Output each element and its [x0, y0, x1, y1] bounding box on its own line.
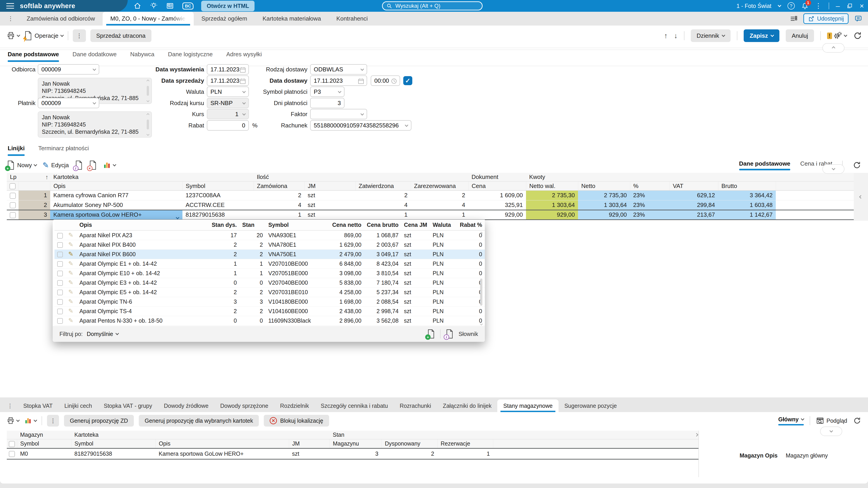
view-options-icon[interactable]: [790, 15, 798, 23]
dictionary-button[interactable]: Słownik: [459, 331, 478, 337]
info-doc-icon[interactable]: i: [75, 160, 83, 170]
picker-row[interactable]: ✎ Aparat Olympic E5 + ob. 14-42 2 2 V207…: [55, 287, 485, 297]
form-tab[interactable]: Dane dodatkowe: [72, 51, 117, 62]
more-options-icon[interactable]: ⋮: [815, 2, 822, 9]
edit-item-icon[interactable]: ✎: [68, 270, 73, 276]
picker-col-waluta[interactable]: Waluta: [430, 220, 457, 230]
home-icon[interactable]: [133, 2, 141, 10]
document-tab[interactable]: Sprzedaż ogółem: [194, 12, 255, 26]
picker-col-opis[interactable]: Opis: [76, 220, 209, 230]
picker-row-checkbox[interactable]: [55, 250, 66, 259]
col-kartoteka-symbol[interactable]: Symbol: [71, 439, 156, 448]
picker-col-stan[interactable]: Stan: [240, 220, 266, 230]
row-checkbox[interactable]: [7, 210, 19, 220]
edit-item-icon[interactable]: ✎: [68, 260, 73, 267]
col-netto-wal[interactable]: Netto wal.: [526, 182, 578, 191]
edit-line-button[interactable]: ✎ Edycja: [42, 161, 69, 170]
refresh-icon[interactable]: [853, 417, 861, 425]
open-in-html-button[interactable]: Otwórz w HTML: [201, 1, 254, 11]
tab-overflow-icon[interactable]: ⋮: [0, 12, 19, 26]
form-tab[interactable]: Dane podstawowe: [8, 51, 59, 62]
picker-row-checkbox[interactable]: [55, 268, 66, 278]
row-checkbox[interactable]: [7, 448, 17, 459]
picker-row[interactable]: ✎ Aparat Nikel PIX B600 2 2 VNA750E1 2 4…: [55, 250, 485, 259]
col-rezerwacje[interactable]: Rezerwacje: [437, 439, 493, 448]
picker-row[interactable]: ✎ Aparat Olympic E1 + ob. 14-42 1 1 V207…: [55, 259, 485, 268]
col-brutto[interactable]: Brutto: [718, 182, 776, 191]
data-dostawy-time-field[interactable]: 00:00: [371, 75, 400, 86]
row-checkbox[interactable]: [7, 200, 19, 210]
rodzaj-dostawy-field[interactable]: ODBWLAS: [310, 64, 367, 74]
col-jm[interactable]: JM: [289, 439, 330, 448]
col-zamowiona[interactable]: Zamówiona: [254, 182, 305, 191]
filter-by-select[interactable]: Domyślnie: [87, 331, 119, 337]
edit-item-icon[interactable]: ✎: [68, 279, 73, 286]
col-proc[interactable]: %: [630, 182, 670, 191]
bottom-tab[interactable]: Rozrachunki: [394, 399, 437, 412]
lines-view-tab[interactable]: Dane podstawowe: [739, 160, 790, 170]
new-line-button[interactable]: + Nowy: [7, 160, 37, 170]
picker-row[interactable]: ✎ Aparat Nikel PIX A23 17 20 VNA930E1 86…: [55, 230, 485, 240]
company-chevron-icon[interactable]: [778, 3, 781, 7]
col-opis[interactable]: Opis: [156, 439, 289, 448]
col-netto[interactable]: Netto: [578, 182, 630, 191]
dni-platnosci-field[interactable]: 3: [310, 98, 344, 108]
col-magazynu[interactable]: Magazynu: [330, 439, 381, 448]
search-input[interactable]: Wyszukaj (Alt + Q): [382, 1, 483, 10]
sort-asc-icon[interactable]: ↑: [45, 174, 49, 181]
operations-button[interactable]: Operacje: [24, 31, 63, 40]
rabat-field[interactable]: 0: [207, 120, 249, 131]
idea-icon[interactable]: [150, 2, 158, 10]
edit-item-icon[interactable]: ✎: [68, 232, 73, 238]
picker-col-symbol[interactable]: Symbol: [266, 220, 330, 230]
order-line-row[interactable]: 3 Kamera sportowa GoLow HERO+ 8182790156…: [7, 210, 854, 220]
picker-row-checkbox[interactable]: [55, 306, 66, 316]
document-tab[interactable]: M0, ZO, 0 - Nowy - Zamówienia od od: [103, 12, 194, 26]
order-line-row[interactable]: 1 Kamera cyfrowa Canion R77 1237C008AA 2…: [7, 191, 854, 200]
faktor-field[interactable]: [310, 109, 367, 119]
bottom-tab[interactable]: Stany magazynowe: [497, 399, 558, 412]
chart-icon[interactable]: [103, 161, 116, 169]
print-button[interactable]: [7, 32, 20, 40]
picker-row[interactable]: ✎ Aparat Olympic TN-6 3 3 V104180BE000 1…: [55, 297, 485, 306]
bc-icon[interactable]: BC: [182, 2, 193, 9]
add-doc-icon[interactable]: +: [427, 329, 435, 339]
data-wystawienia-field[interactable]: 17.11.2023: [207, 64, 249, 74]
move-up-icon[interactable]: ↑: [664, 32, 668, 40]
odbiorca-field[interactable]: 000009: [38, 64, 99, 74]
warehouse-row[interactable]: M0 818279015638 Kamera sportowa GoLow HE…: [7, 448, 699, 459]
select-all-checkbox[interactable]: [7, 182, 19, 191]
edit-item-icon[interactable]: ✎: [68, 241, 73, 248]
save-button[interactable]: Zapisz: [744, 29, 779, 42]
picker-scrollbar[interactable]: [479, 232, 483, 325]
select-all-checkbox[interactable]: [7, 439, 17, 448]
edit-item-icon[interactable]: ✎: [68, 308, 73, 315]
col-zarezerwowana[interactable]: Zarezerwowana: [411, 182, 468, 191]
picker-row-checkbox[interactable]: [55, 230, 66, 240]
preview-button[interactable]: Podgląd: [816, 417, 847, 425]
col-symbol[interactable]: Symbol: [182, 182, 254, 191]
settings-gear-icon[interactable]: !: [827, 31, 847, 40]
refresh-icon[interactable]: [852, 161, 861, 169]
move-down-icon[interactable]: ↓: [674, 32, 678, 40]
col-zatwierdzona[interactable]: Zatwierdzona: [355, 182, 411, 191]
lines-tab[interactable]: Linijki: [8, 145, 25, 156]
dictionary-icon[interactable]: i: [445, 329, 454, 339]
bottom-tab[interactable]: Linijki cech: [59, 399, 98, 412]
bottom-tab[interactable]: Dowody źródłowe: [158, 399, 214, 412]
col-dysponowany[interactable]: Dysponowany: [381, 439, 437, 448]
collapse-bottom-button[interactable]: [820, 427, 842, 436]
data-sprzedazy-field[interactable]: 17.11.2023: [207, 75, 249, 86]
warehouse-view-tab[interactable]: Główny: [778, 416, 804, 425]
help-icon[interactable]: ?: [787, 2, 795, 9]
chart-icon[interactable]: [24, 417, 37, 424]
bottom-more-button[interactable]: ⋮: [47, 415, 59, 427]
print-button[interactable]: [7, 417, 19, 424]
bottom-tab[interactable]: Rozdzielnik: [274, 399, 315, 412]
edit-item-icon[interactable]: ✎: [68, 289, 73, 295]
opis-cell[interactable]: Kamera cyfrowa Canion R77: [50, 191, 182, 200]
opis-cell[interactable]: Akumulator Soney NP-500: [50, 200, 182, 210]
data-dostawy-checkbox[interactable]: ✓: [403, 76, 412, 85]
col-vat[interactable]: VAT: [670, 182, 718, 191]
minimize-button[interactable]: –: [836, 2, 840, 9]
